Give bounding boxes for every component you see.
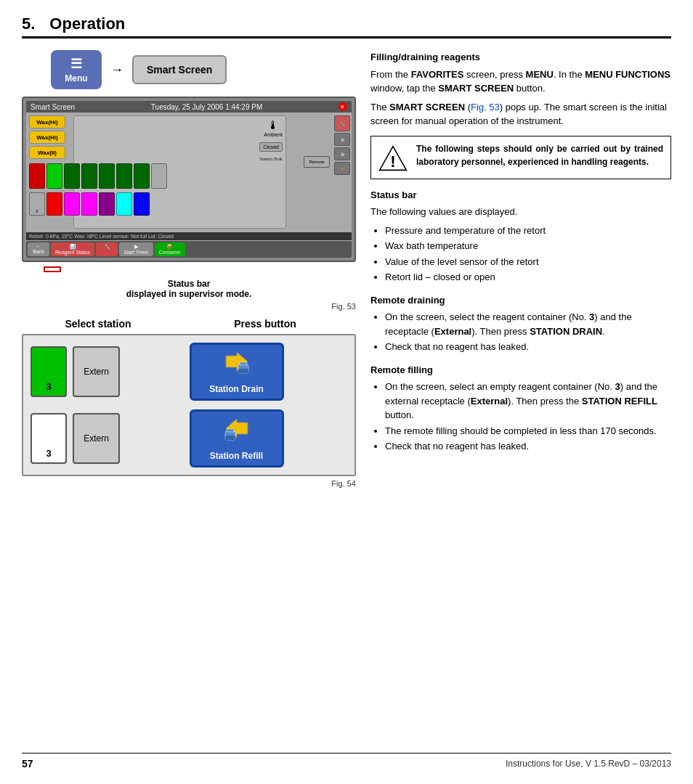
- smart-screen-simulator: Smart Screen Tuesday, 25 July 2006 1:44:…: [22, 97, 356, 262]
- ss-wax-btn-1[interactable]: Wax(Hi): [29, 115, 65, 128]
- ss-wax-btn-3[interactable]: Wax(II): [29, 146, 65, 159]
- svg-rect-7: [225, 436, 235, 440]
- ss-side-btn-3[interactable]: ⚙: [334, 147, 350, 160]
- warning-text: The following steps should only be carri…: [416, 142, 663, 168]
- ss-btn-container[interactable]: 📦Container: [155, 242, 185, 256]
- fig54-caption: Fig. 54: [22, 479, 356, 488]
- station-drain-button[interactable]: Station Drain: [190, 343, 284, 401]
- status-bar-label: Status bar displayed in supervisor mode.: [22, 279, 356, 299]
- station-row-refill: 3 Extern: [31, 409, 347, 467]
- ss-station-row-2: c: [29, 192, 150, 216]
- warning-triangle-icon: !: [378, 144, 408, 173]
- ss-btn-back[interactable]: ←Back: [28, 242, 49, 256]
- refill-icon: [222, 417, 251, 448]
- station-extern-box-refill[interactable]: Extern: [73, 413, 120, 464]
- bullet-wax: Wax bath temperature: [385, 239, 671, 253]
- section-filling-text1: From the FAVORITES screen, press MENU. I…: [370, 68, 671, 96]
- section-number: 5.: [22, 15, 35, 33]
- station-section: Select station Press button 3 Extern: [22, 318, 356, 488]
- section-statusbar-intro: The following values are displayed.: [370, 205, 671, 219]
- station-header: Select station Press button: [22, 318, 356, 330]
- ss-toolbar[interactable]: ←Back 📊Reagent Status 🔧 ▶Start Timer 📦Co…: [26, 241, 352, 258]
- ss-title: Smart Screen: [31, 103, 75, 111]
- smart-screen-label: Smart Screen: [147, 64, 212, 75]
- fill-bullet-2: The remote filling should be completed i…: [385, 424, 671, 438]
- section-filling-title: Filling/draining reagents: [370, 50, 671, 65]
- nav-diagram: ☰ Menu → Smart Screen: [51, 50, 356, 89]
- fill-bullet-1: On the screen, select an empty reagent c…: [385, 380, 671, 422]
- station-white-box[interactable]: 3: [31, 413, 67, 464]
- section-title: Operation: [49, 15, 125, 33]
- station-extern-box-drain[interactable]: Extern: [73, 346, 120, 397]
- ss-wax-btn-2[interactable]: Wax(Hi): [29, 131, 65, 144]
- bullet-lid: Retort lid – closed or open: [385, 270, 671, 285]
- station-number-drain: 3: [46, 381, 51, 392]
- drain-bullets: On the screen, select the reagent contai…: [385, 310, 671, 354]
- ss-statusbar: Retort: 0 kPa, 25°C Wax: NPC Level senso…: [26, 232, 352, 240]
- section-statusbar-title: Status bar: [370, 188, 671, 203]
- warning-box: ! The following steps should only be car…: [370, 136, 671, 179]
- page: 5. Operation ☰ Menu → Smart Screen Smart…: [0, 0, 693, 784]
- svg-text:!: !: [390, 152, 395, 171]
- extern-label-refill: Extern: [84, 433, 109, 444]
- ss-station-row-1: [29, 163, 167, 189]
- station-green-box[interactable]: 3: [31, 346, 67, 397]
- svg-rect-3: [238, 369, 248, 373]
- drain-bullet-2: Check that no reagent has leaked.: [385, 340, 671, 354]
- ss-btn-middle[interactable]: 🔧: [96, 242, 118, 256]
- fig53-caption: Fig. 53: [22, 302, 356, 311]
- extern-label-drain: Extern: [84, 367, 109, 377]
- menu-label: Menu: [61, 73, 92, 83]
- right-column: Filling/draining reagents From the FAVOR…: [370, 50, 671, 741]
- main-content: ☰ Menu → Smart Screen Smart Screen Tuesd…: [22, 50, 671, 741]
- svg-rect-2: [240, 362, 247, 365]
- arrow-icon: →: [110, 62, 123, 78]
- station-rows-container: 3 Extern: [22, 334, 356, 476]
- page-header: 5. Operation: [22, 15, 671, 38]
- ss-date: Tuesday, 25 July 2006 1:44:29 PM: [151, 103, 262, 111]
- ss-closed-btn[interactable]: Closed: [259, 142, 283, 152]
- smart-screen-button[interactable]: Smart Screen: [132, 55, 227, 84]
- bullet-level: Value of the level sensor of the retort: [385, 255, 671, 269]
- ss-btn-start[interactable]: ▶Start Timer: [119, 242, 153, 256]
- page-number: 57: [22, 758, 33, 769]
- menu-icon: ☰: [61, 56, 92, 72]
- ss-side-btn-2[interactable]: ⚙: [334, 133, 350, 146]
- doc-info: Instructions for Use, V 1.5 RevD – 03/20…: [506, 759, 671, 769]
- ss-remote-label: Remote: [304, 156, 330, 168]
- section-filling-text2: The SMART SCREEN (Fig. 53) pops up. The …: [370, 100, 671, 128]
- ss-ambient-icon: 🌡: [264, 119, 283, 132]
- page-footer: 57 Instructions for Use, V 1.5 RevD – 03…: [22, 753, 671, 769]
- drain-button-label: Station Drain: [209, 384, 264, 394]
- drain-icon: [222, 350, 251, 381]
- station-number-refill: 3: [46, 448, 51, 459]
- ss-close-icon[interactable]: ✕: [339, 102, 347, 111]
- ss-btn-reagent[interactable]: 📊Reagent Status: [51, 242, 94, 256]
- bullet-pressure: Pressure and temperature of the retort: [385, 224, 671, 238]
- drain-bullet-1: On the screen, select the reagent contai…: [385, 310, 671, 338]
- station-row-drain: 3 Extern: [31, 343, 347, 401]
- fill-bullets: On the screen, select an empty reagent c…: [385, 380, 671, 454]
- fill-bullet-3: Check that no reagent has leaked.: [385, 439, 671, 454]
- ss-side-btn-1[interactable]: 🔧: [334, 115, 350, 131]
- ss-side-buttons: 🔧 ⚙ ⚙ 🌡: [334, 115, 350, 175]
- refill-button-label: Station Refill: [210, 451, 263, 461]
- select-station-label: Select station: [22, 318, 174, 330]
- left-column: ☰ Menu → Smart Screen Smart Screen Tuesd…: [22, 50, 356, 741]
- ss-side-btn-4[interactable]: 🌡: [334, 162, 350, 175]
- svg-rect-6: [227, 429, 234, 432]
- press-button-label: Press button: [174, 318, 356, 330]
- ss-body: Wax(Hi) Wax(Hi) Wax(II) 🌡 Ambient Closed: [26, 113, 352, 258]
- ss-ambient-label: Ambient: [264, 132, 283, 137]
- station-refill-button[interactable]: Station Refill: [190, 409, 284, 467]
- ss-station-bulk: Station Bulk: [259, 157, 283, 161]
- menu-button[interactable]: ☰ Menu: [51, 50, 102, 89]
- section-fill-title: Remote filling: [370, 363, 671, 377]
- ss-titlebar: Smart Screen Tuesday, 25 July 2006 1:44:…: [26, 101, 352, 113]
- status-bar-line2: displayed in supervisor mode.: [126, 289, 252, 299]
- status-bar-line1: Status bar: [168, 279, 211, 289]
- ss-status-text: Retort: 0 kPa, 25°C Wax: NPC Level senso…: [29, 234, 174, 239]
- status-bar-highlight: [44, 266, 61, 272]
- status-bar-bullets: Pressure and temperature of the retort W…: [385, 224, 671, 285]
- section-drain-title: Remote draining: [370, 293, 671, 308]
